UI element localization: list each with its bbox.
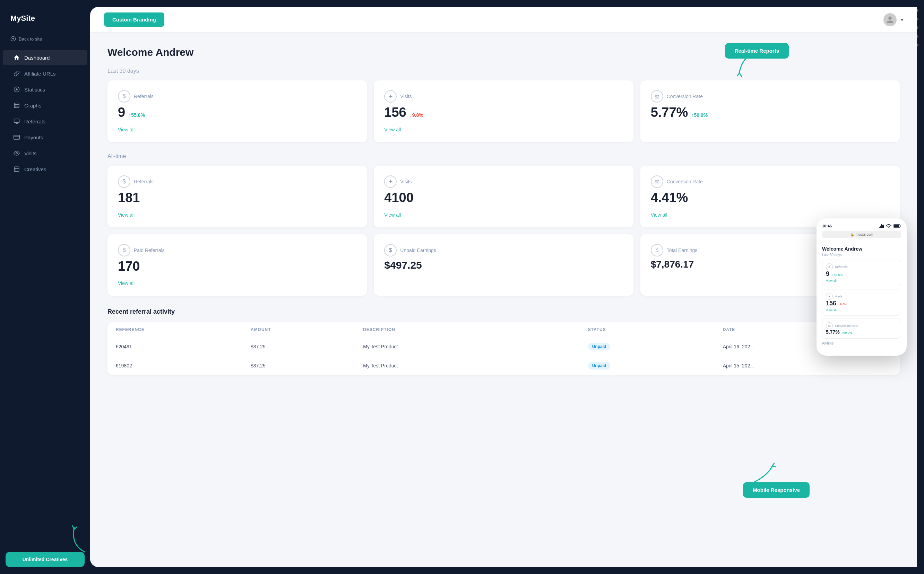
mobile-url-bar: 🔒 mysite.com bbox=[822, 231, 901, 238]
visits-30d-value: 156 ↓9.8% bbox=[384, 106, 623, 120]
stats-alltime-grid-2: $ Paid Referrals 170 View all $ Unpaid E… bbox=[107, 234, 900, 296]
mobile-mockup: 10:46 🔒 mysite.com Welcome Andrew Last 3… bbox=[817, 218, 907, 356]
link-icon bbox=[13, 70, 20, 77]
header-right: ▾ bbox=[883, 13, 903, 26]
scale-icon: ⚖ bbox=[651, 90, 663, 102]
paid-referrals-view-all[interactable]: View all bbox=[118, 281, 356, 286]
graphs-icon bbox=[13, 102, 20, 109]
stat-card-visits-30d: ✦ Visits 156 ↓9.8% View all bbox=[374, 80, 633, 142]
svg-rect-59 bbox=[14, 119, 19, 123]
visits-alltime-view-all[interactable]: View all bbox=[384, 212, 623, 218]
sidebar-item-referrals[interactable]: Referrals bbox=[3, 114, 87, 129]
stat-card-conversion-alltime: ⚖ Conversion Rate 4.41% View all bbox=[640, 166, 900, 227]
visits-alltime-value: 4100 bbox=[384, 191, 623, 205]
sidebar-item-graphs[interactable]: Graphs bbox=[3, 98, 87, 113]
referrals-icon bbox=[13, 118, 20, 125]
svg-rect-64 bbox=[894, 225, 899, 227]
visits-star-icon: ✦ bbox=[384, 90, 397, 102]
svg-rect-62 bbox=[14, 167, 19, 172]
svg-rect-60 bbox=[14, 135, 20, 139]
avatar[interactable] bbox=[883, 13, 897, 26]
creatives-icon bbox=[13, 166, 20, 173]
stat-card-visits-alltime: ✦ Visits 4100 View all bbox=[374, 166, 633, 227]
sidebar-item-payouts[interactable]: Payouts bbox=[3, 129, 87, 145]
last30-label: Last 30 days bbox=[107, 68, 900, 74]
sidebar-item-visits[interactable]: Visits bbox=[3, 145, 87, 161]
referrals-30d-view-all[interactable]: View all bbox=[118, 127, 356, 132]
statistics-icon bbox=[13, 86, 20, 93]
mobile-stat-referrals: $ Referrals 9 ↑ 55.6% View all bbox=[822, 260, 901, 286]
mobile-stat-visits: ✦ Visits 156 ↓9.8% View all bbox=[822, 289, 901, 316]
status-badge: Unpaid bbox=[588, 343, 610, 350]
stat-card-paid-referrals: $ Paid Referrals 170 View all bbox=[107, 234, 367, 296]
stat-card-referrals-30d: $ Referrals 9 ↑55.6% View all bbox=[107, 80, 367, 142]
mobile-stat-conversion: ⚖ Conversion Rate 5.77% ↑59.9% bbox=[822, 319, 901, 339]
col-reference: Reference bbox=[116, 327, 251, 332]
sidebar-item-statistics[interactable]: Statistics bbox=[3, 82, 87, 97]
custom-branding-button[interactable]: Custom Branding bbox=[104, 13, 164, 27]
col-status: Status bbox=[588, 327, 723, 332]
home-icon bbox=[13, 54, 20, 61]
mobile-status-bar: 10:46 bbox=[822, 224, 901, 228]
mobile-content: Welcome Andrew Last 30 days $ Referrals … bbox=[822, 244, 901, 350]
svg-rect-58 bbox=[14, 103, 19, 108]
visits-star-icon-2: ✦ bbox=[384, 175, 397, 188]
stat-card-conversion-30d: ⚖ Conversion Rate 5.77% ↑59.9% bbox=[640, 80, 900, 142]
main-content: Custom Branding ▾ Welcome Andrew Real-ti… bbox=[90, 7, 917, 567]
activity-section: Recent referral activity Reference Amoun… bbox=[107, 308, 900, 375]
table-row: 620491 $37.25 My Test Product Unpaid Apr… bbox=[107, 337, 900, 356]
conversion-30d-value: 5.77% ↑59.9% bbox=[651, 106, 889, 120]
header: Custom Branding ▾ bbox=[90, 7, 917, 33]
col-description: Description bbox=[363, 327, 588, 332]
dollar-icon: $ bbox=[118, 90, 130, 102]
table-header: Reference Amount Description Status Date bbox=[107, 322, 900, 337]
conversion-alltime-view-all[interactable]: View all bbox=[651, 212, 889, 218]
col-amount: Amount bbox=[251, 327, 363, 332]
scale-icon-2: ⚖ bbox=[651, 175, 663, 188]
dollar-icon-4: $ bbox=[384, 244, 397, 257]
user-menu-chevron[interactable]: ▾ bbox=[901, 17, 903, 22]
table-row: 619802 $37.25 My Test Product Unpaid Apr… bbox=[107, 356, 900, 375]
unpaid-earnings-value: $497.25 bbox=[384, 259, 623, 271]
paid-referrals-value: 170 bbox=[118, 259, 356, 274]
back-to-site[interactable]: Back to site bbox=[0, 33, 90, 44]
main-nav: Dashboard Affiliate URLs Statistics bbox=[0, 50, 90, 545]
dollar-icon-5: $ bbox=[651, 244, 663, 257]
stats-30days-grid: $ Referrals 9 ↑55.6% View all ✦ Visits bbox=[107, 80, 900, 142]
app-logo: MySite bbox=[0, 14, 90, 33]
dollar-icon-2: $ bbox=[118, 175, 130, 188]
activity-title: Recent referral activity bbox=[107, 308, 900, 315]
status-badge: Unpaid bbox=[588, 362, 610, 369]
conversion-alltime-value: 4.41% bbox=[651, 191, 889, 205]
referrals-alltime-view-all[interactable]: View all bbox=[118, 212, 356, 218]
stat-card-referrals-alltime: $ Referrals 181 View all bbox=[107, 166, 367, 227]
referrals-30d-value: 9 ↑55.6% bbox=[118, 106, 356, 120]
visits-30d-view-all[interactable]: View all bbox=[384, 127, 623, 132]
stats-alltime-grid: $ Referrals 181 View all ✦ Visits 410 bbox=[107, 166, 900, 227]
payouts-icon bbox=[13, 134, 20, 141]
visits-icon bbox=[13, 150, 20, 157]
alltime-label: All-time bbox=[107, 153, 900, 159]
sidebar-item-creatives[interactable]: Creatives bbox=[3, 161, 87, 177]
sidebar: MySite Back to site Dashboard bbox=[0, 0, 90, 574]
referrals-alltime-value: 181 bbox=[118, 191, 356, 205]
svg-point-61 bbox=[16, 153, 18, 154]
sidebar-item-affiliate-urls[interactable]: Affiliate URLs bbox=[3, 66, 87, 81]
sidebar-item-dashboard[interactable]: Dashboard bbox=[3, 50, 87, 65]
dollar-icon-3: $ bbox=[118, 244, 130, 257]
stat-card-unpaid-earnings: $ Unpaid Earnings $497.25 bbox=[374, 234, 633, 296]
activity-table: Reference Amount Description Status Date… bbox=[107, 322, 900, 375]
